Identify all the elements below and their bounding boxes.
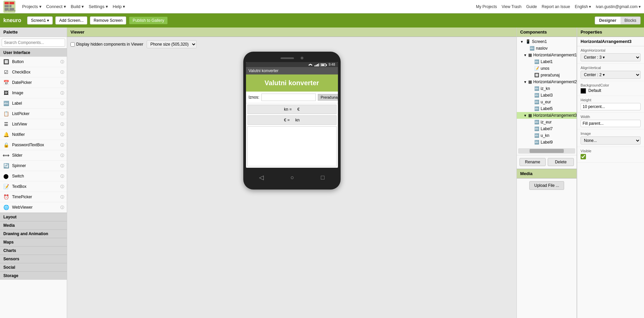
comp-u_eur[interactable]: 🔤 u_eur: [517, 99, 577, 105]
recent-button[interactable]: □: [321, 174, 325, 181]
palette-item-textbox[interactable]: 📝 TextBox ⓘ: [0, 181, 67, 192]
screen-selector[interactable]: Screen1 ▾: [27, 16, 53, 24]
prop-visible-label: Visible: [581, 149, 641, 153]
ha1-expand-icon[interactable]: ▼: [524, 53, 527, 57]
screen-bar: kneuro Screen1 ▾ Add Screen... Remove Sc…: [0, 13, 644, 28]
nav-projects[interactable]: Projects ▾: [22, 4, 42, 9]
components-panel: Components ▼ 📱 Screen1 🔤 naslov ▼ ▦ Hori…: [516, 28, 577, 318]
palette-section-layout[interactable]: Layout: [0, 213, 67, 221]
upload-file-button[interactable]: Upload File ...: [529, 181, 564, 190]
passwordtextbox-info: ⓘ: [60, 143, 64, 148]
add-screen-button[interactable]: Add Screen...: [55, 16, 87, 24]
comp-unos[interactable]: 📝 unos: [517, 65, 577, 72]
palette-item-label[interactable]: 🔤 Label ⓘ: [0, 98, 67, 109]
palette-item-listview[interactable]: ☰ ListView ⓘ: [0, 119, 67, 129]
webviewer-label: WebViewer: [12, 205, 58, 210]
nav-guide[interactable]: Guide: [526, 4, 537, 9]
palette-item-switch[interactable]: ⬤ Switch ⓘ: [0, 171, 67, 181]
phone-app-content: Valutni konverter Iznos: Preračunaj kn =…: [246, 74, 338, 166]
iznos-input[interactable]: [261, 94, 316, 101]
app-input-row: Iznos: Preračunaj: [246, 92, 338, 103]
nav-my-projects[interactable]: My Projects: [476, 4, 497, 9]
palette-item-datepicker[interactable]: 📅 DatePicker ⓘ: [0, 77, 67, 88]
listpicker-icon: 📋: [3, 110, 9, 117]
color-label: Default: [588, 88, 601, 93]
remove-screen-button[interactable]: Remove Screen: [90, 16, 126, 24]
phone-speaker: [281, 57, 294, 59]
palette-item-button[interactable]: 🔲 Button ⓘ: [0, 57, 67, 67]
palette-section-social[interactable]: Social: [0, 263, 67, 271]
palette-item-passwordtextbox[interactable]: 🔒 PasswordTextBox ⓘ: [0, 140, 67, 150]
palette-item-notifier[interactable]: 🔔 Notifier ⓘ: [0, 129, 67, 140]
switch-label: Switch: [12, 174, 58, 178]
comp-label5[interactable]: 🔤 Label5: [517, 105, 577, 112]
nav-user[interactable]: ivan.gustin@gmail.com ▾: [596, 4, 641, 9]
palette-item-webviewer[interactable]: 🌐 WebViewer ⓘ: [0, 202, 67, 213]
comp-ha3[interactable]: ▼ ▦ HorizontalArrangement3: [517, 112, 577, 119]
prop-align-horizontal-select[interactable]: Center : 3 ▾: [581, 53, 641, 61]
prop-image-select[interactable]: None...: [581, 137, 641, 145]
comp-ha1[interactable]: ▼ ▦ HorizontalArrangement1: [517, 52, 577, 58]
label3-label: Label3: [541, 93, 553, 98]
rename-button[interactable]: Rename: [519, 158, 546, 166]
screen1-expand-icon[interactable]: ▼: [519, 39, 524, 44]
nav-build[interactable]: Build ▾: [71, 4, 84, 9]
nav-view-trash[interactable]: View Trash: [502, 4, 522, 9]
search-input[interactable]: [2, 39, 65, 47]
display-hidden-checkbox[interactable]: [70, 42, 75, 47]
palette-section-media[interactable]: Media: [0, 221, 67, 229]
phone-size-select[interactable]: Phone size (505,320): [147, 40, 197, 48]
prop-background-color-label: BackgroundColor: [581, 83, 641, 87]
nav-language[interactable]: English ▾: [575, 4, 591, 9]
palette-section-maps[interactable]: Maps: [0, 238, 67, 246]
prop-align-vertical-select[interactable]: Center : 2 ▾: [581, 71, 641, 79]
preracunaj-button[interactable]: Preračunaj: [318, 94, 338, 101]
palette-item-listpicker[interactable]: 📋 ListPicker ⓘ: [0, 109, 67, 119]
display-hidden-label[interactable]: Display hidden components in Viewer: [70, 42, 143, 47]
delete-button[interactable]: Delete: [548, 158, 574, 166]
designer-button[interactable]: Designer: [595, 17, 620, 24]
palette-item-checkbox[interactable]: ☑ CheckBox ⓘ: [0, 67, 67, 77]
prop-visible-checkbox[interactable]: [581, 154, 586, 159]
palette-item-timepicker[interactable]: ⏰ TimePicker ⓘ: [0, 192, 67, 202]
palette-section-ui[interactable]: User Interface: [0, 48, 67, 57]
publish-gallery-button[interactable]: Publish to Gallery: [129, 16, 168, 24]
nav-settings[interactable]: Settings ▾: [89, 4, 108, 9]
ha2-expand-icon[interactable]: ▼: [524, 80, 527, 84]
palette-section-charts[interactable]: Charts: [0, 246, 67, 255]
comp-label1[interactable]: 🔤 Label1: [517, 58, 577, 65]
nav-help[interactable]: Help ▾: [113, 4, 125, 9]
palette-item-spinner[interactable]: 🔄 Spinner ⓘ: [0, 161, 67, 171]
palette-item-image[interactable]: 🖼 Image ⓘ: [0, 88, 67, 98]
comp-iz_eur[interactable]: 🔤 iz_eur: [517, 119, 577, 125]
prop-background-color-value[interactable]: Default: [581, 88, 641, 94]
comp-label9[interactable]: 🔤 Label9: [517, 139, 577, 146]
back-button[interactable]: ◁: [259, 174, 264, 181]
palette-section-drawing[interactable]: Drawing and Animation: [0, 229, 67, 238]
home-button[interactable]: ○: [291, 174, 294, 181]
nav-report-issue[interactable]: Report an Issue: [542, 4, 570, 9]
slider-label: Slider: [12, 153, 58, 158]
comp-preracunaj[interactable]: 🔲 preračunaj: [517, 72, 577, 78]
comp-u_kn[interactable]: 🔤 u_kn: [517, 132, 577, 139]
prop-width-input[interactable]: [581, 120, 641, 127]
svg-rect-3: [5, 5, 9, 7]
ha3-expand-icon[interactable]: ▼: [524, 113, 527, 118]
nav-connect[interactable]: Connect ▾: [46, 4, 66, 9]
comp-iz_kn[interactable]: 🔤 iz_kn: [517, 85, 577, 92]
comp-label3[interactable]: 🔤 Label3: [517, 92, 577, 99]
blocks-button[interactable]: Blocks: [621, 17, 640, 24]
comp-ha2[interactable]: ▼ ▦ HorizontalArrangement2: [517, 78, 577, 85]
palette-item-slider[interactable]: ⟺ Slider ⓘ: [0, 150, 67, 161]
comp-label7[interactable]: 🔤 Label7: [517, 125, 577, 132]
kn-label: kn =: [284, 107, 292, 112]
comp-naslov[interactable]: 🔤 naslov: [517, 45, 577, 52]
prop-height-input[interactable]: [581, 103, 641, 110]
preracunaj-expand: [528, 73, 533, 77]
svg-rect-1: [5, 2, 9, 4]
palette-section-sensors[interactable]: Sensors: [0, 255, 67, 263]
webviewer-info: ⓘ: [60, 205, 64, 210]
comp-scrollbar[interactable]: [518, 148, 575, 154]
comp-screen1[interactable]: ▼ 📱 Screen1: [517, 38, 577, 45]
palette-section-storage[interactable]: Storage: [0, 271, 67, 280]
